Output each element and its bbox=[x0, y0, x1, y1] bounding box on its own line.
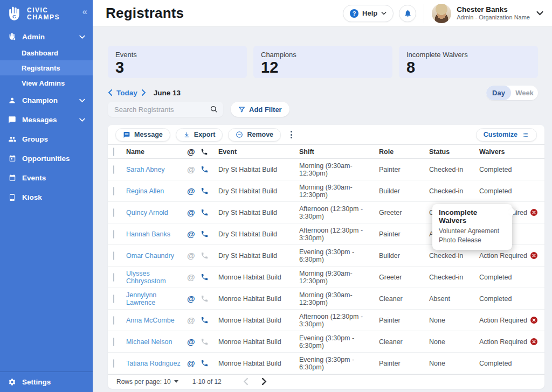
phone-icon[interactable] bbox=[201, 273, 218, 281]
registrant-name-link[interactable]: Hannah Banks bbox=[126, 230, 187, 238]
row-checkbox[interactable] bbox=[113, 338, 114, 346]
row-checkbox[interactable] bbox=[113, 230, 114, 239]
email-icon[interactable]: @ bbox=[187, 251, 201, 260]
email-icon[interactable]: @ bbox=[187, 165, 201, 174]
phone-icon[interactable] bbox=[201, 230, 218, 238]
email-icon[interactable]: @ bbox=[187, 316, 201, 325]
phone-icon[interactable] bbox=[201, 187, 218, 195]
sidebar-item-view-admins[interactable]: View Admins bbox=[0, 75, 93, 90]
registrant-name-link[interactable]: Michael Nelson bbox=[126, 338, 187, 346]
notifications-button[interactable] bbox=[399, 5, 416, 22]
row-checkbox[interactable] bbox=[113, 165, 114, 174]
pagination-range: 1-10 of 12 bbox=[192, 378, 222, 386]
rows-per-page-caret-icon[interactable] bbox=[174, 380, 178, 383]
person-icon bbox=[8, 96, 17, 104]
more-actions-kebab-icon[interactable] bbox=[286, 129, 296, 141]
phone-icon[interactable] bbox=[201, 316, 218, 324]
sidebar-item-dashboard[interactable]: Dashboard bbox=[0, 45, 93, 60]
email-icon[interactable]: @ bbox=[187, 186, 201, 195]
stat-card-champions: Champions 12 bbox=[253, 46, 392, 78]
next-day-chevron-icon[interactable] bbox=[142, 89, 146, 96]
select-all-checkbox[interactable] bbox=[113, 148, 114, 156]
registrant-name-link[interactable]: Sarah Abney bbox=[126, 166, 187, 173]
registrant-name-link[interactable]: Regina Allen bbox=[126, 187, 187, 195]
cell-waivers-text: Action Required bbox=[479, 317, 527, 324]
registrant-name-link[interactable]: Quincy Arnold bbox=[126, 209, 187, 216]
sidebar-item-messages[interactable]: Messages bbox=[0, 110, 93, 129]
email-icon[interactable]: @ bbox=[187, 272, 201, 282]
sidebar-item-admin[interactable]: Admin bbox=[0, 28, 93, 45]
phone-icon[interactable] bbox=[201, 338, 218, 346]
remove-button[interactable]: Remove bbox=[228, 128, 281, 142]
cell-shift: Afternoon (12:30pm - 3:30pm) bbox=[299, 205, 379, 220]
divider bbox=[424, 4, 424, 23]
toggle-week[interactable]: Week bbox=[511, 86, 538, 100]
export-button[interactable]: Export bbox=[176, 128, 223, 142]
email-icon[interactable]: @ bbox=[187, 337, 201, 346]
add-filter-button[interactable]: Add Filter bbox=[231, 102, 289, 117]
list-icon bbox=[521, 131, 529, 138]
sidebar-item-kiosk[interactable]: Kiosk bbox=[0, 187, 93, 207]
cell-waivers-text: Completed bbox=[479, 274, 512, 281]
phone-icon[interactable] bbox=[201, 165, 218, 173]
hand-logo-icon: C bbox=[6, 5, 23, 23]
user-menu-chevron-icon[interactable] bbox=[536, 11, 543, 16]
waiver-alert-icon[interactable] bbox=[530, 209, 537, 216]
phone-icon[interactable] bbox=[201, 295, 218, 303]
waiver-alert-icon[interactable] bbox=[530, 317, 537, 324]
row-checkbox[interactable] bbox=[113, 316, 114, 325]
avatar[interactable] bbox=[432, 4, 451, 23]
sidebar-collapse-icon[interactable]: « bbox=[82, 6, 87, 17]
bell-icon bbox=[404, 9, 412, 17]
phone-icon[interactable] bbox=[201, 251, 218, 260]
sidebar-item-settings[interactable]: Settings bbox=[0, 372, 93, 392]
waiver-alert-icon[interactable] bbox=[530, 252, 537, 259]
question-icon: ? bbox=[350, 9, 358, 18]
chat-icon bbox=[123, 131, 130, 138]
prev-day-chevron-icon[interactable] bbox=[108, 89, 112, 96]
rows-per-page-value[interactable]: 10 bbox=[163, 378, 170, 386]
col-header-event: Event bbox=[218, 148, 299, 156]
row-checkbox[interactable] bbox=[113, 187, 114, 195]
table-row: Tatiana Rodriguez @ Monroe Habitat Build… bbox=[108, 353, 544, 374]
sidebar-item-groups[interactable]: Groups bbox=[0, 129, 93, 149]
registrant-name-link[interactable]: Anna McCombe bbox=[126, 317, 187, 324]
phone-icon[interactable] bbox=[201, 359, 218, 367]
sidebar-item-events[interactable]: Events bbox=[0, 168, 93, 187]
registrant-name-link[interactable]: Omar Chaundry bbox=[126, 252, 187, 260]
registrant-name-link[interactable]: Jennylynn Lawrence bbox=[126, 291, 187, 306]
search-icon[interactable] bbox=[210, 105, 218, 115]
row-checkbox[interactable] bbox=[113, 295, 114, 303]
phone-icon[interactable] bbox=[201, 208, 218, 216]
message-button[interactable]: Message bbox=[115, 128, 170, 142]
search-input[interactable] bbox=[108, 102, 223, 117]
cell-event: Monroe Habitat Build bbox=[218, 338, 299, 346]
table-row: Jennylynn Lawrence @ Monroe Habitat Buil… bbox=[108, 288, 544, 310]
email-icon[interactable]: @ bbox=[187, 229, 201, 239]
customize-button[interactable]: Customize bbox=[476, 128, 537, 142]
row-checkbox[interactable] bbox=[113, 273, 114, 282]
sidebar-item-champion[interactable]: Champion bbox=[0, 90, 93, 110]
toggle-day[interactable]: Day bbox=[486, 86, 511, 100]
row-checkbox[interactable] bbox=[113, 359, 114, 368]
sidebar-item-opportunities[interactable]: Opportunities bbox=[0, 149, 93, 168]
row-checkbox[interactable] bbox=[113, 251, 114, 260]
registrant-name-link[interactable]: Tatiana Rodriguez bbox=[126, 360, 187, 367]
cell-event: Dry St Habitat Build bbox=[218, 166, 299, 173]
today-button[interactable]: Today bbox=[116, 89, 137, 97]
cell-shift: Afternoon (12:30pm - 3:30pm) bbox=[299, 313, 379, 328]
stats-cards: Events 3 Champions 12 Incomplete Waivers… bbox=[108, 46, 538, 78]
row-checkbox[interactable] bbox=[113, 208, 114, 217]
admin-hand-icon bbox=[8, 32, 17, 41]
registrant-name-link[interactable]: Ulysses Chhrysostom bbox=[126, 270, 187, 285]
funnel-icon bbox=[238, 106, 245, 113]
email-icon[interactable]: @ bbox=[187, 294, 201, 303]
help-button[interactable]: ? Help bbox=[343, 5, 394, 22]
email-icon[interactable]: @ bbox=[187, 208, 201, 217]
email-icon[interactable]: @ bbox=[187, 359, 201, 368]
sidebar-item-registrants[interactable]: Registrants bbox=[0, 60, 93, 75]
registrants-table-panel: Message Export Remove Customize Name @ E… bbox=[108, 125, 544, 389]
cell-role: Greeter bbox=[379, 274, 429, 281]
next-page-chevron-icon[interactable] bbox=[262, 378, 267, 385]
waiver-alert-icon[interactable] bbox=[530, 338, 537, 345]
